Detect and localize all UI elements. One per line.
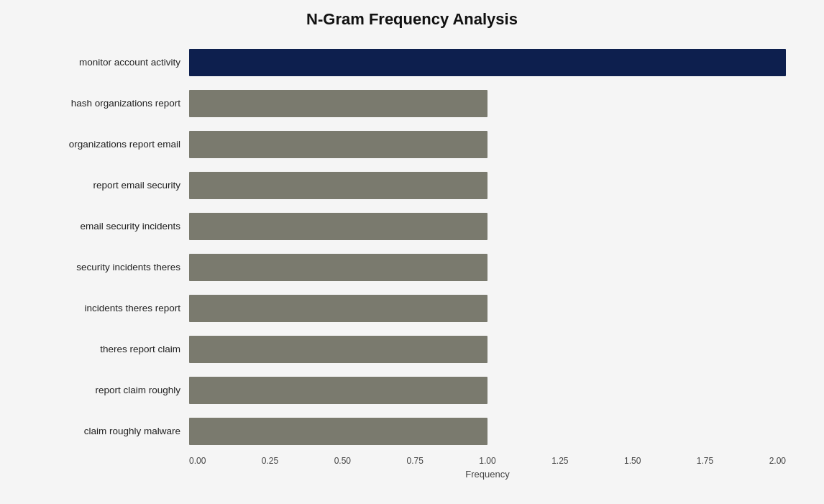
bar-fill — [189, 336, 487, 363]
bar-fill — [189, 172, 487, 199]
x-tick-label: 1.50 — [624, 456, 641, 466]
bar-fill — [189, 90, 487, 117]
bar-fill — [189, 377, 487, 404]
bar-row: report email security — [38, 165, 786, 206]
x-tick-labels: 0.000.250.500.751.001.251.501.752.00 — [189, 456, 786, 466]
chart-title: N-Gram Frequency Analysis — [38, 10, 786, 29]
bar-track — [189, 165, 786, 206]
bar-track — [189, 370, 786, 411]
bar-row: email security incidents — [38, 206, 786, 247]
x-tick-label: 1.00 — [479, 456, 495, 466]
x-tick-label: 1.75 — [697, 456, 713, 466]
x-tick-label: 0.75 — [406, 456, 423, 466]
bar-row: theres report claim — [38, 329, 786, 370]
x-tick-label: 0.25 — [262, 456, 278, 466]
bar-row: incidents theres report — [38, 288, 786, 329]
bar-label: hash organizations report — [38, 98, 189, 109]
bar-row: claim roughly malware — [38, 411, 786, 452]
bar-fill — [189, 213, 487, 240]
bar-track — [189, 42, 786, 83]
x-tick-label: 0.00 — [189, 456, 206, 466]
bar-label: monitor account activity — [38, 57, 189, 68]
bar-label: report email security — [38, 180, 189, 191]
bar-track — [189, 83, 786, 124]
bar-fill — [189, 295, 487, 322]
bar-label: organizations report email — [38, 139, 189, 150]
grid-and-bars: monitor account activityhash organizatio… — [38, 42, 786, 452]
bar-label: incidents theres report — [38, 303, 189, 313]
bar-label: theres report claim — [38, 344, 189, 354]
x-tick-label: 2.00 — [769, 456, 786, 466]
bar-row: organizations report email — [38, 124, 786, 165]
bar-row: report claim roughly — [38, 370, 786, 411]
bar-track — [189, 206, 786, 247]
bar-track — [189, 329, 786, 370]
bar-label: report claim roughly — [38, 385, 189, 395]
chart-area: monitor account activityhash organizatio… — [38, 42, 786, 480]
x-tick-label: 1.25 — [551, 456, 568, 466]
bar-fill — [189, 418, 487, 445]
bar-track — [189, 288, 786, 329]
bar-label: claim roughly malware — [38, 426, 189, 436]
bar-row: hash organizations report — [38, 83, 786, 124]
bar-label: email security incidents — [38, 221, 189, 232]
chart-container: N-Gram Frequency Analysis monitor accoun… — [17, 0, 807, 504]
bar-track — [189, 247, 786, 288]
bar-fill — [189, 49, 786, 76]
x-axis-ticks: 0.000.250.500.751.001.251.501.752.00 Fre… — [189, 456, 786, 480]
bar-track — [189, 124, 786, 165]
bar-label: security incidents theres — [38, 262, 189, 272]
bar-track — [189, 411, 786, 452]
x-axis: 0.000.250.500.751.001.251.501.752.00 Fre… — [38, 456, 786, 480]
x-axis-title: Frequency — [189, 469, 786, 480]
x-tick-label: 0.50 — [334, 456, 351, 466]
bar-row: monitor account activity — [38, 42, 786, 83]
bar-fill — [189, 254, 487, 281]
bar-row: security incidents theres — [38, 247, 786, 288]
bar-fill — [189, 131, 487, 158]
